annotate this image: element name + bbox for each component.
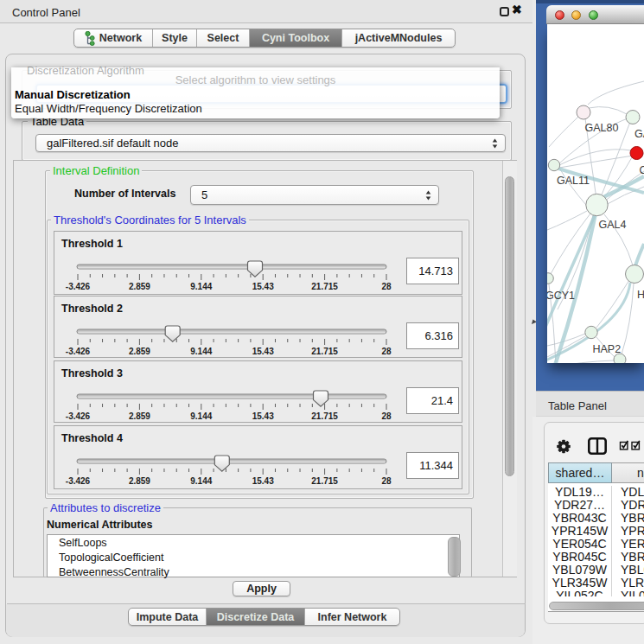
- svg-text:2.859: 2.859: [129, 282, 150, 291]
- svg-text:GAL4: GAL4: [599, 219, 627, 231]
- svg-text:21.715: 21.715: [311, 346, 338, 355]
- svg-text:GAL80: GAL80: [585, 122, 619, 134]
- svg-text:2.859: 2.859: [129, 475, 150, 485]
- svg-text:GA: GA: [634, 128, 644, 140]
- svg-text:15.43: 15.43: [252, 346, 274, 355]
- svg-text:-3.426: -3.426: [66, 475, 91, 485]
- svg-text:21.715: 21.715: [311, 475, 338, 485]
- svg-text:28: 28: [381, 475, 392, 485]
- svg-text:15.43: 15.43: [252, 411, 274, 420]
- svg-text:C: C: [640, 164, 644, 176]
- svg-text:GCY1: GCY1: [547, 290, 575, 302]
- svg-text:-3.426: -3.426: [66, 282, 91, 291]
- svg-text:21.715: 21.715: [311, 411, 338, 420]
- svg-text:28: 28: [381, 346, 392, 355]
- svg-text:-3.426: -3.426: [66, 411, 91, 420]
- svg-text:15.43: 15.43: [252, 282, 274, 291]
- svg-text:2.859: 2.859: [129, 411, 150, 420]
- svg-text:21.715: 21.715: [311, 282, 338, 291]
- svg-text:15.43: 15.43: [252, 475, 274, 485]
- svg-text:HAP2: HAP2: [593, 343, 622, 355]
- svg-text:9.144: 9.144: [190, 346, 212, 355]
- svg-text:H: H: [637, 289, 644, 301]
- svg-text:28: 28: [381, 282, 392, 291]
- svg-text:9.144: 9.144: [190, 282, 212, 291]
- svg-text:-3.426: -3.426: [66, 346, 91, 355]
- svg-text:28: 28: [381, 411, 392, 420]
- svg-text:GAL11: GAL11: [557, 175, 590, 187]
- svg-text:9.144: 9.144: [190, 475, 212, 485]
- svg-text:9.144: 9.144: [190, 411, 212, 420]
- svg-text:2.859: 2.859: [129, 346, 150, 355]
